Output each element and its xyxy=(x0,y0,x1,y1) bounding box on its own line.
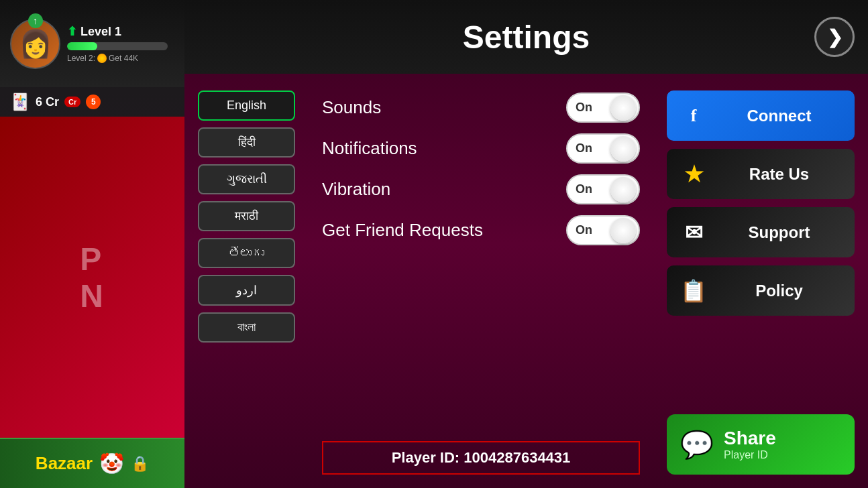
toggle-row-notifications: NotificationsOn xyxy=(322,128,640,169)
up-arrow: ⬆ xyxy=(67,24,77,39)
lang-btn-[interactable]: বাংলা xyxy=(198,312,295,343)
lang-btn-english[interactable]: English xyxy=(198,90,295,121)
language-column: Englishहिंदीગુજરાતીमराठीతెలుగుاردوবাংলা xyxy=(198,87,295,475)
toggle-switch-1[interactable]: On xyxy=(566,133,640,164)
facebook-icon: f xyxy=(680,106,707,126)
toggle-on-text-1: On xyxy=(576,141,592,156)
toggle-knob-2 xyxy=(610,177,636,202)
policy-icon: 📋 xyxy=(680,278,707,304)
policy-button[interactable]: 📋Policy xyxy=(667,265,855,316)
lang-btn-[interactable]: हिंदी xyxy=(198,127,295,158)
toggle-on-text-3: On xyxy=(576,223,592,237)
settings-panel: Settings ❯ Englishहिंदीગુજરાતીमराठीతెలుగ… xyxy=(184,0,868,488)
whatsapp-icon: 💬 xyxy=(680,429,714,461)
support-icon: ✉ xyxy=(680,220,707,245)
toggles-column: SoundsOnNotificationsOnVibrationOnGet Fr… xyxy=(309,87,653,475)
notification-dot: 5 xyxy=(86,95,101,109)
player-info: ⬆ Level 1 Level 2: Get 44K xyxy=(67,24,174,63)
player-id-box: Player ID: 1004287634431 xyxy=(322,441,640,475)
settings-title: Settings xyxy=(463,19,590,56)
toggle-on-text-0: On xyxy=(576,101,592,115)
toggle-knob-3 xyxy=(610,218,636,243)
toggle-row-sounds: SoundsOn xyxy=(322,87,640,128)
support-button[interactable]: ✉Support xyxy=(667,207,855,257)
game-sidebar: 👩 ↑ ⬆ Level 1 Level 2: Get 44K 🃏 6 Cr Cr xyxy=(0,0,184,488)
top-bar: 👩 ↑ ⬆ Level 1 Level 2: Get 44K xyxy=(0,0,184,87)
bazaar-label: Bazaar xyxy=(36,453,93,474)
share-text-container: SharePlayer ID xyxy=(724,428,776,461)
avatar-container: 👩 ↑ xyxy=(10,19,60,69)
level-label: ⬆ Level 1 xyxy=(67,24,174,39)
toggle-switch-0[interactable]: On xyxy=(566,93,640,123)
toggle-label-2: Vibration xyxy=(322,179,390,200)
share-player-id-button[interactable]: 💬SharePlayer ID xyxy=(667,414,855,475)
toggle-row-get-friend-requests: Get Friend RequestsOn xyxy=(322,210,640,251)
currency-badge: Cr xyxy=(64,97,80,107)
share-sub-label: Player ID xyxy=(724,449,768,461)
lang-btn-[interactable]: اردو xyxy=(198,275,295,306)
next-arrow-icon: ❯ xyxy=(827,26,843,48)
xp-bar xyxy=(67,42,97,50)
facebook-label: Connect xyxy=(717,107,841,125)
currency-amount: 6 Cr xyxy=(36,95,59,109)
level-badge-arrow: ↑ xyxy=(33,15,38,26)
cards-icon: 🃏 xyxy=(10,93,30,111)
toggle-label-3: Get Friend Requests xyxy=(322,220,483,241)
bazaar-emoji: 🤡 xyxy=(99,452,124,475)
lang-btn-[interactable]: ગુજરાતી xyxy=(198,164,295,194)
lock-icon: 🔒 xyxy=(131,455,149,473)
avatar-face: 👩 xyxy=(19,28,52,60)
toggle-label-1: Notifications xyxy=(322,138,417,159)
currency-bar: 🃏 6 Cr Cr 5 xyxy=(0,87,184,117)
xp-bar-container xyxy=(67,42,168,50)
settings-header: Settings ❯ xyxy=(184,0,868,74)
level-badge: ↑ xyxy=(28,13,43,28)
level-next: Level 2: Get 44K xyxy=(67,54,174,63)
toggle-label-0: Sounds xyxy=(322,97,381,118)
next-arrow-button[interactable]: ❯ xyxy=(814,17,855,57)
toggle-knob-1 xyxy=(610,136,636,162)
level-next-label: Level 2: xyxy=(67,54,95,63)
promo-area: P N xyxy=(0,117,184,438)
toggle-row-vibration: VibrationOn xyxy=(322,169,640,210)
toggle-on-text-2: On xyxy=(576,182,592,196)
toggle-knob-0 xyxy=(610,95,636,121)
level-text: Level 1 xyxy=(80,25,121,39)
coin-icon-small xyxy=(97,54,107,63)
rate-us-label: Rate Us xyxy=(717,165,841,184)
level-next-amount: Get 44K xyxy=(109,54,138,63)
promo-line-2: N xyxy=(80,278,105,314)
lang-btn-[interactable]: मराठी xyxy=(198,201,295,231)
rate-us-button[interactable]: ★Rate Us xyxy=(667,149,855,199)
toggle-switch-2[interactable]: On xyxy=(566,174,640,204)
actions-column: fConnect★Rate Us✉Support📋Policy💬SharePla… xyxy=(667,87,855,475)
support-label: Support xyxy=(717,223,841,242)
share-main-label: Share xyxy=(724,428,776,449)
policy-label: Policy xyxy=(717,282,841,300)
settings-body: Englishहिंदीગુજરાતીमराठीతెలుగుاردوবাংলা … xyxy=(184,74,868,488)
toggle-switch-3[interactable]: On xyxy=(566,215,640,245)
bazaar-bar[interactable]: Bazaar 🤡 🔒 xyxy=(0,438,184,488)
rate-us-icon: ★ xyxy=(680,162,707,187)
facebook-button[interactable]: fConnect xyxy=(667,90,855,141)
lang-btn-[interactable]: తెలుగు xyxy=(198,238,295,268)
promo-line-1: P xyxy=(80,241,103,278)
